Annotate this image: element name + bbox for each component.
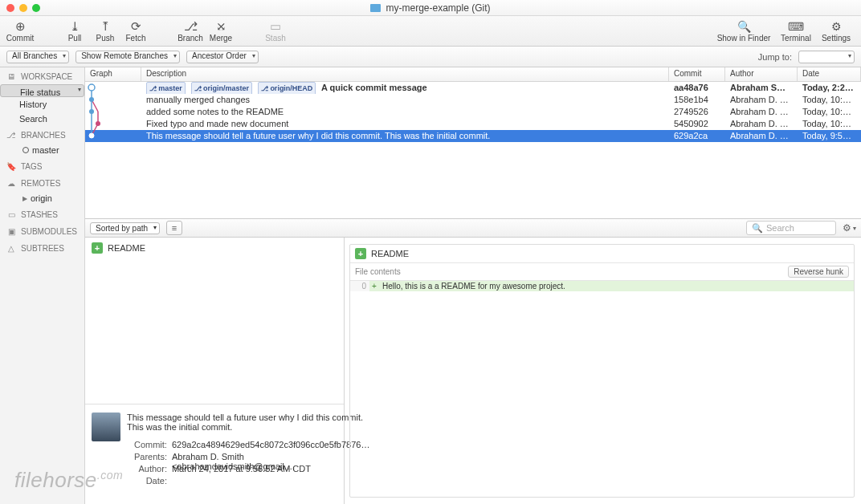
remotes-header[interactable]: ☁REMOTES (0, 174, 84, 191)
diff-line-number: 0 (350, 281, 369, 291)
commit-row-selected[interactable]: This message should tell a future user w… (85, 130, 861, 142)
chevron-down-icon: ▾ (853, 225, 856, 232)
branch-button[interactable]: ⎇Branch (175, 19, 206, 43)
commit-author: Abraham Smith <… (725, 82, 798, 94)
zoom-window-icon[interactable] (32, 4, 40, 12)
commit-date: Today, 2:20 PM (798, 82, 861, 94)
svg-point-6 (89, 109, 94, 114)
sidebar: 🖥WORKSPACE File status History Search ⎇B… (0, 67, 85, 504)
push-button[interactable]: ⤒Push (90, 19, 120, 43)
commit-row[interactable]: Fixed typo and made new document 5450902… (85, 118, 861, 130)
submodules-header[interactable]: ▣SUBMODULES (0, 222, 84, 239)
folder-icon (370, 4, 381, 12)
sidebar-remote-origin[interactable]: ▶origin (0, 191, 84, 205)
col-author[interactable]: Author (725, 67, 798, 81)
tag-icon: 🔖 (6, 162, 16, 171)
disclosure-icon: ▶ (22, 195, 27, 202)
commit-list-header: Graph Description Commit Author Date (85, 67, 861, 82)
label-author: Author: (127, 464, 167, 476)
settings-button[interactable]: ⚙Settings (816, 19, 856, 43)
terminal-button[interactable]: ⌨Terminal (776, 19, 816, 43)
label-date: Date: (127, 476, 167, 488)
close-window-icon[interactable] (6, 4, 14, 12)
plus-icon: + (369, 281, 379, 291)
stash-icon: ▭ (6, 210, 16, 219)
ref-tag[interactable]: master (146, 82, 186, 94)
value-date (172, 476, 370, 488)
ref-tag[interactable]: origin/master (191, 82, 252, 94)
col-graph[interactable]: Graph (85, 67, 141, 81)
diff-line: 0 + Hello, this is a a README for my awe… (350, 281, 854, 291)
value-commit: 629a2ca4894629ed54c8072c3f096cc0e5fb7876… (172, 440, 370, 452)
sidebar-item-search[interactable]: Search (0, 112, 84, 126)
commit-message: A quick commit message (321, 83, 427, 92)
avatar (92, 413, 120, 441)
search-input[interactable]: 🔍Search (746, 221, 836, 235)
submodule-icon: ▣ (6, 227, 16, 236)
commit-message: manually merged changes (141, 94, 669, 106)
sidebar-branch-master[interactable]: master (0, 143, 84, 157)
subtree-icon: △ (6, 244, 16, 253)
options-button[interactable]: ⚙▾ (843, 222, 856, 234)
title-bar: my-merge-example (Git) (0, 0, 861, 16)
svg-point-8 (89, 133, 94, 138)
stash-button[interactable]: ▭Stash (260, 19, 291, 43)
col-date[interactable]: Date (798, 67, 861, 81)
file-name: README (108, 243, 145, 253)
sort-select[interactable]: Sorted by path (90, 222, 160, 234)
merge-button[interactable]: ⤩Merge (206, 19, 236, 43)
filter-row: All Branches Show Remote Branches Ancest… (0, 47, 861, 67)
file-pane: + README This message should tell a futu… (85, 238, 345, 504)
search-icon: 🔍 (752, 223, 763, 234)
commit-row[interactable]: master origin/master origin/HEAD A quick… (85, 82, 861, 94)
commit-row[interactable]: added some notes to the README 2749526Ab… (85, 106, 861, 118)
commit-row[interactable]: manually merged changes 158e1b4Abraham D… (85, 94, 861, 106)
mid-toolbar: Sorted by path ≡ 🔍Search ⚙▾ (85, 218, 861, 238)
reverse-hunk-button[interactable]: Reverse hunk (788, 266, 849, 278)
gear-icon: ⚙ (843, 222, 851, 234)
current-branch-icon (22, 147, 29, 153)
minimize-window-icon[interactable] (19, 4, 27, 12)
diff-pane: + README File contents Reverse hunk 0 + … (349, 244, 855, 498)
file-item[interactable]: + README (88, 241, 341, 255)
diff-line-text: Hello, this is a a README for my awesome… (379, 281, 569, 291)
svg-point-5 (89, 97, 94, 102)
value-parents: Abraham D. Smith <abrahamdavidsmith@gmai… (172, 452, 370, 464)
diff-section-label: File contents (355, 267, 401, 276)
ancestor-order-select[interactable]: Ancestor Order (186, 51, 259, 63)
label-commit: Commit: (127, 440, 167, 452)
list-mode-button[interactable]: ≡ (166, 221, 182, 235)
workspace-header[interactable]: 🖥WORKSPACE (0, 67, 84, 84)
diff-file-name: README (371, 249, 409, 258)
tags-header[interactable]: 🔖TAGS (0, 157, 84, 174)
sidebar-item-history[interactable]: History (0, 97, 84, 112)
sidebar-item-file-status[interactable]: File status (0, 84, 84, 97)
window-title-text: my-merge-example (Git) (386, 2, 490, 14)
search-placeholder: Search (766, 223, 794, 233)
stashes-header[interactable]: ▭STASHES (0, 205, 84, 222)
pull-button[interactable]: ⤓Pull (59, 19, 90, 43)
subtrees-header[interactable]: △SUBTREES (0, 239, 84, 256)
commit-button[interactable]: ⊕Commit (5, 19, 35, 43)
jump-to-select[interactable] (798, 51, 855, 63)
window-title: my-merge-example (Git) (0, 2, 861, 14)
col-commit[interactable]: Commit (669, 67, 725, 81)
commit-hash: aa48a76 (669, 82, 725, 94)
svg-point-4 (88, 84, 95, 91)
show-in-finder-button[interactable]: 🔍Show in Finder (712, 19, 776, 43)
commit-message: added some notes to the README (141, 106, 669, 118)
value-author: March 24, 2017 at 9:56:52 AM CDT (172, 464, 370, 476)
commit-list: master origin/master origin/HEAD A quick… (85, 82, 861, 218)
commit-graph (85, 82, 141, 142)
added-icon: + (355, 248, 366, 259)
toolbar: ⊕Commit ⤓Pull ⤒Push ⟳Fetch ⎇Branch ⤩Merg… (0, 16, 861, 47)
ref-tag[interactable]: origin/HEAD (258, 82, 316, 94)
branches-header[interactable]: ⎇BRANCHES (0, 126, 84, 143)
fetch-button[interactable]: ⟳Fetch (120, 19, 151, 43)
col-description[interactable]: Description (141, 67, 669, 81)
branches-filter-select[interactable]: All Branches (6, 51, 69, 63)
remote-branches-select[interactable]: Show Remote Branches (75, 51, 180, 63)
branch-icon: ⎇ (6, 131, 16, 140)
svg-point-7 (96, 121, 100, 126)
workspace-icon: 🖥 (6, 72, 16, 81)
